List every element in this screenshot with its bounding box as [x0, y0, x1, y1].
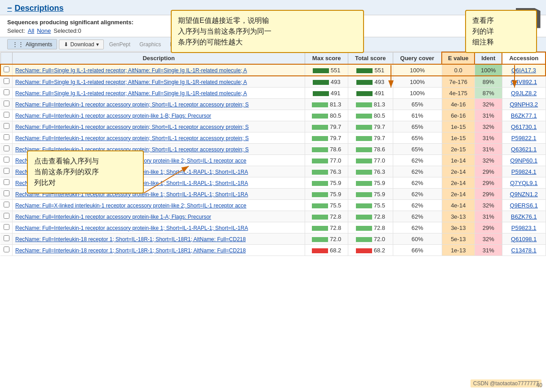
accession-link[interactable]: Q61730.1 [511, 123, 537, 130]
ident-cell: 31% [475, 211, 502, 222]
e-value-cell: 2e-14 [442, 189, 475, 200]
total-score-cell: 75.5 [348, 200, 393, 211]
max-score-cell: 68.2 [305, 245, 348, 256]
accession-cell: Q9NZN1.2 [502, 189, 546, 200]
description-link[interactable]: RecName: Full=Interleukin-1 receptor acc… [15, 124, 249, 130]
tooltip-e-value: 期望值E值越接近零，说明输 入序列与当前这条序列为同一 条序列的可能性越大 [171, 10, 364, 53]
row-checkbox[interactable] [4, 190, 9, 196]
max-score-col-header: Max score [305, 52, 348, 64]
ident-cell: 31% [475, 110, 502, 121]
accession-link[interactable]: Q9NP60.1 [510, 157, 537, 164]
accession-link[interactable]: Q9NPH3.2 [510, 101, 538, 108]
accession-link[interactable]: Q61098.1 [511, 236, 537, 242]
row-checkbox[interactable] [4, 168, 9, 174]
accession-link[interactable]: Q7YQL9.1 [510, 180, 537, 186]
minus-icon[interactable]: − [7, 4, 12, 13]
description-link[interactable]: RecName: Full=Interleukin-1 receptor acc… [15, 214, 211, 220]
row-checkbox[interactable] [4, 235, 9, 241]
accession-cell: B6ZK77.1 [502, 110, 546, 121]
total-score-cell: 72.8 [348, 222, 393, 233]
select-none-link[interactable]: None [37, 27, 51, 34]
accession-link[interactable]: Q9NZN1.2 [510, 191, 538, 198]
csdn-watermark: CSDN @taotaotao7777777 [471, 379, 542, 388]
query-cover-cell: 65% [393, 132, 442, 144]
accession-cell: Q9NP60.1 [502, 155, 546, 166]
ident-cell: 32% [475, 233, 502, 245]
accession-cell: Q4V892.1 [502, 76, 546, 88]
query-cover-cell: 100% [393, 64, 442, 76]
description-link[interactable]: RecName: Full=Single Ig IL-1-related rec… [15, 90, 247, 97]
alignments-icon: ⋮⋮ [12, 41, 24, 48]
description-link[interactable]: RecName: Full=Interleukin-1 receptor acc… [15, 113, 211, 119]
table-row: RecName: Full=Interleukin-1 receptor acc… [0, 211, 546, 222]
e-value-cell: 5e-13 [442, 233, 475, 245]
accession-cell: Q9JLZ8.2 [502, 88, 546, 99]
genpept-button[interactable]: GenPept [106, 40, 134, 49]
ident-cell: 29% [475, 189, 502, 200]
description-link[interactable]: RecName: Full=Interleukin-18 receptor 1;… [15, 236, 246, 242]
descriptions-title[interactable]: − Descriptions [7, 4, 64, 13]
row-checkbox[interactable] [4, 123, 9, 129]
table-row: RecName: Full=Single Ig IL-1-related rec… [0, 76, 546, 88]
max-score-cell: 77.0 [305, 155, 348, 166]
ident-cell: 100% [475, 64, 502, 76]
accession-cell: Q6IA17.3 [502, 64, 546, 76]
e-value-cell: 2e-14 [442, 166, 475, 177]
download-icon: ⬇ [64, 41, 68, 48]
accession-link[interactable]: Q63621.1 [511, 146, 537, 153]
row-checkbox[interactable] [4, 247, 9, 252]
row-checkbox[interactable] [4, 179, 9, 185]
accession-link[interactable]: B6ZK77.1 [511, 112, 537, 119]
max-score-cell: 491 [305, 88, 348, 99]
accession-link[interactable]: Q4V892.1 [510, 79, 537, 85]
download-button[interactable]: ⬇ Download ▾ [59, 40, 103, 49]
tooltip-accession: 查看序 列的详 细注释 [465, 10, 537, 53]
description-link[interactable]: RecName: Full=Single Ig IL-1-related rec… [15, 67, 247, 74]
row-checkbox[interactable] [4, 112, 9, 118]
description-link[interactable]: RecName: Full=Single Ig IL-1-related rec… [15, 79, 247, 85]
accession-link[interactable]: Q6IA17.3 [511, 67, 536, 74]
row-checkbox[interactable] [4, 66, 9, 72]
select-all-link[interactable]: All [28, 27, 34, 34]
max-score-cell: 79.7 [305, 121, 348, 132]
graphics-button[interactable]: Graphics [136, 40, 164, 49]
query-cover-cell: 62% [393, 200, 442, 211]
accession-cell: Q9ERS6.1 [502, 200, 546, 211]
row-checkbox[interactable] [4, 101, 9, 106]
accession-link[interactable]: Q9JLZ8.2 [511, 90, 537, 97]
table-row: RecName: Full=Interleukin-18 receptor 1;… [0, 245, 546, 256]
description-link[interactable]: RecName: Full=Interleukin-1 receptor acc… [15, 225, 248, 231]
row-checkbox[interactable] [4, 157, 9, 163]
ident-cell: 32% [475, 200, 502, 211]
page-number: 40 [537, 382, 542, 388]
accession-link[interactable]: C13478.1 [511, 247, 536, 254]
accession-link[interactable]: B6ZK76.1 [511, 213, 537, 220]
description-link[interactable]: RecName: Full=X-linked interleukin-1 rec… [15, 203, 246, 209]
accession-link[interactable]: P59823.1 [511, 225, 537, 231]
total-score-cell: 72.0 [348, 233, 393, 245]
description-link[interactable]: RecName: Full=Interleukin-1 receptor acc… [15, 101, 249, 108]
total-score-cell: 80.5 [348, 110, 393, 121]
accession-cell: Q63621.1 [502, 144, 546, 155]
max-score-cell: 72.8 [305, 222, 348, 233]
accession-link[interactable]: Q9ERS6.1 [510, 202, 538, 209]
query-cover-cell: 60% [393, 233, 442, 245]
alignments-button[interactable]: ⋮⋮ Alignments [7, 39, 57, 49]
query-cover-col-header: Query cover [393, 52, 442, 64]
total-score-cell: 76.3 [348, 166, 393, 177]
row-checkbox[interactable] [4, 213, 9, 219]
row-checkbox[interactable] [4, 134, 9, 140]
description-link[interactable]: RecName: Full=Interleukin-18 receptor 1;… [15, 247, 246, 254]
row-checkbox[interactable] [4, 145, 9, 151]
query-cover-cell: 100% [393, 76, 442, 88]
row-checkbox[interactable] [4, 78, 9, 84]
row-checkbox[interactable] [4, 89, 9, 95]
accession-link[interactable]: P59822.1 [511, 135, 537, 141]
description-link[interactable]: RecName: Full=Interleukin-1 receptor acc… [15, 135, 249, 141]
total-score-cell: 77.0 [348, 155, 393, 166]
ident-cell: 89% [475, 76, 502, 88]
row-checkbox[interactable] [4, 202, 9, 207]
selected-count: Selected:0 [53, 27, 81, 34]
row-checkbox[interactable] [4, 224, 9, 230]
accession-link[interactable]: P59824.1 [511, 168, 537, 175]
